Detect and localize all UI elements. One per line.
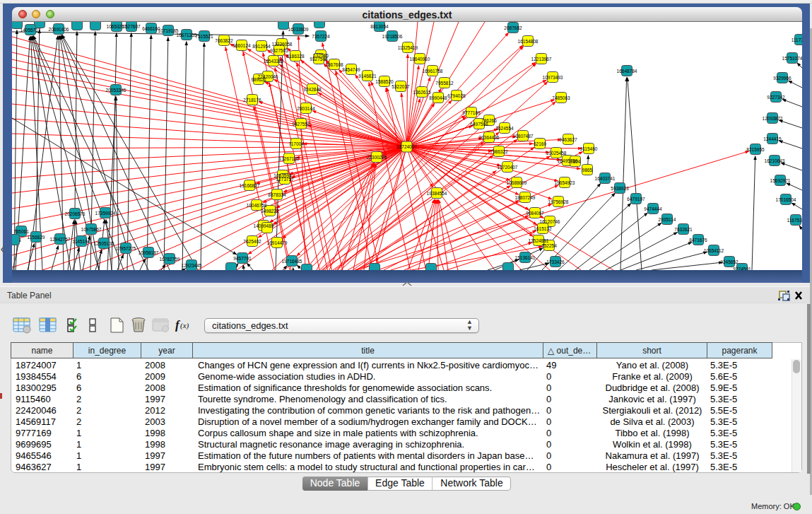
svg-text:12093872: 12093872	[763, 116, 783, 121]
svg-text:16648784: 16648784	[617, 69, 637, 74]
svg-text:8186328: 8186328	[286, 54, 305, 59]
svg-text:1167533: 1167533	[787, 218, 802, 223]
svg-text:12213967: 12213967	[531, 57, 552, 62]
svg-text:20691406: 20691406	[49, 27, 69, 32]
svg-text:1117334: 1117334	[792, 37, 802, 42]
svg-text:9327508: 9327508	[310, 57, 328, 62]
svg-text:7955812: 7955812	[435, 81, 454, 86]
svg-text:20364436: 20364436	[479, 135, 500, 140]
svg-text:8878334: 8878334	[268, 192, 286, 197]
svg-text:20053346: 20053346	[106, 88, 126, 93]
svg-text:22300295: 22300295	[367, 155, 387, 160]
svg-text:7625402: 7625402	[243, 239, 261, 244]
svg-text:18724007: 18724007	[396, 144, 417, 149]
svg-text:19166827: 19166827	[240, 183, 260, 188]
svg-text:9115460: 9115460	[580, 146, 598, 151]
svg-text:62160: 62160	[534, 141, 546, 146]
svg-text:2867608: 2867608	[325, 62, 343, 67]
svg-text:9463627: 9463627	[559, 137, 577, 142]
svg-text:9474444: 9474444	[644, 206, 662, 211]
svg-text:16403741: 16403741	[595, 176, 616, 181]
svg-text:8912954: 8912954	[252, 44, 271, 49]
svg-text:20206576: 20206576	[65, 211, 86, 216]
svg-text:8215955: 8215955	[746, 147, 765, 152]
svg-text:16914479: 16914479	[267, 240, 288, 245]
svg-text:252254: 252254	[541, 243, 557, 248]
svg-text:8471676: 8471676	[689, 238, 707, 243]
svg-text:6479197: 6479197	[627, 197, 645, 201]
svg-text:10654112: 10654112	[704, 248, 724, 253]
svg-text:9227342: 9227342	[767, 95, 785, 100]
svg-text:10025458: 10025458	[546, 151, 567, 156]
svg-text:8813054: 8813054	[370, 24, 389, 29]
svg-text:8990448: 8990448	[429, 95, 447, 100]
svg-text:3624554: 3624554	[495, 126, 514, 131]
svg-text:15692971: 15692971	[770, 178, 791, 183]
svg-text:2087682: 2087682	[504, 25, 522, 30]
svg-text:1527607: 1527607	[122, 24, 141, 29]
svg-text:11325419: 11325419	[398, 45, 418, 50]
svg-text:16210643: 16210643	[765, 158, 785, 163]
svg-text:19756928: 19756928	[548, 199, 569, 204]
svg-text:989621: 989621	[251, 77, 266, 82]
svg-text:785061: 785061	[13, 229, 29, 234]
svg-text:9660124: 9660124	[233, 43, 251, 48]
svg-text:16154808: 16154808	[518, 39, 539, 44]
svg-text:16961758: 16961758	[423, 69, 443, 74]
svg-text:8454749: 8454749	[342, 67, 360, 72]
svg-text:9245652: 9245652	[720, 259, 739, 264]
svg-text:3498222: 3498222	[261, 209, 279, 214]
svg-text:13267130: 13267130	[279, 156, 300, 161]
svg-text:5938923: 5938923	[611, 186, 629, 191]
svg-text:16671355: 16671355	[177, 33, 197, 37]
svg-text:15720407: 15720407	[498, 165, 518, 170]
svg-text:16033809: 16033809	[288, 27, 309, 32]
svg-text:9457791: 9457791	[233, 256, 252, 261]
svg-text:1156829: 1156829	[28, 235, 45, 240]
svg-text:9865: 9865	[582, 168, 593, 173]
svg-text:7485063: 7485063	[552, 95, 570, 100]
svg-text:1362615: 1362615	[413, 90, 431, 95]
svg-text:7986322: 7986322	[490, 149, 508, 154]
svg-text:2935114: 2935114	[659, 217, 676, 222]
svg-text:10046758: 10046758	[247, 203, 267, 208]
svg-text:19716485: 19716485	[282, 259, 302, 264]
svg-text:16782759: 16782759	[160, 257, 180, 262]
svg-text:19654923: 19654923	[555, 180, 575, 185]
svg-text:9146821: 9146821	[358, 74, 377, 78]
svg-text:717004: 717004	[288, 141, 304, 146]
svg-text:13524851: 13524851	[529, 238, 549, 243]
svg-text:17359924: 17359924	[95, 211, 116, 216]
svg-text:9242848: 9242848	[303, 87, 322, 92]
svg-text:10719185: 10719185	[158, 28, 179, 33]
svg-text:10688609: 10688609	[507, 180, 527, 185]
svg-text:18807249: 18807249	[515, 195, 536, 200]
svg-text:7663822: 7663822	[215, 38, 233, 43]
svg-text:9804: 9804	[570, 159, 581, 164]
svg-text:19218506: 19218506	[382, 34, 403, 39]
svg-text:12923445: 12923445	[182, 263, 202, 268]
svg-text:12505135: 12505135	[94, 241, 114, 246]
svg-text:17957275: 17957275	[116, 246, 136, 251]
svg-text:12942757: 12942757	[50, 237, 71, 242]
svg-text:10975867: 10975867	[81, 227, 102, 232]
svg-text:18640910: 18640910	[410, 57, 430, 62]
svg-text:9427552: 9427552	[292, 122, 310, 127]
svg-text:1588520: 1588520	[375, 79, 394, 84]
svg-text:1615132: 1615132	[534, 226, 552, 231]
svg-text:9329966: 9329966	[773, 76, 792, 81]
svg-text:2718176: 2718176	[243, 98, 261, 103]
svg-text:15751074: 15751074	[782, 56, 802, 61]
svg-text:7515521: 7515521	[195, 34, 213, 39]
svg-text:1733426: 1733426	[546, 259, 565, 264]
svg-text:17016504: 17016504	[776, 197, 796, 202]
svg-text:1145194: 1145194	[73, 239, 90, 244]
svg-text:9327503: 9327503	[270, 48, 288, 53]
svg-text:2803144: 2803144	[297, 106, 315, 111]
svg-text:7632621: 7632621	[674, 227, 693, 232]
svg-text:1273757: 1273757	[276, 177, 294, 182]
svg-text:9777169: 9777169	[462, 110, 481, 115]
svg-text:10958187: 10958187	[139, 250, 159, 255]
svg-text:14055717: 14055717	[20, 28, 41, 33]
svg-text:7357224: 7357224	[312, 34, 330, 39]
